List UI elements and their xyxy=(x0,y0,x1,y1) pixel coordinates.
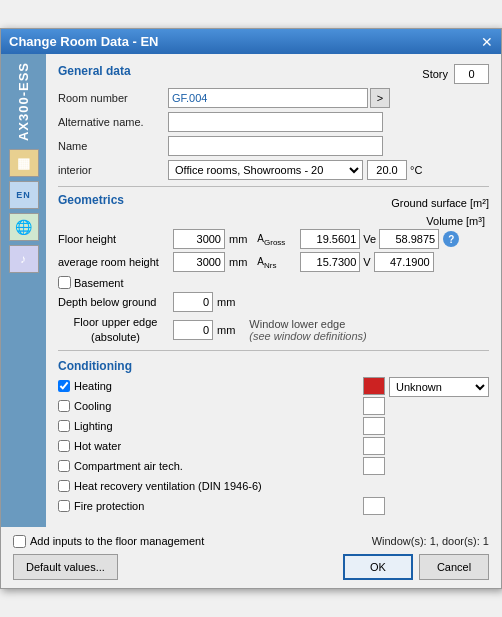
hot-water-checkbox[interactable] xyxy=(58,440,70,452)
icon-globe: 🌐 xyxy=(15,219,33,235)
heating-color-box[interactable] xyxy=(363,377,385,395)
interior-select[interactable]: Office rooms, Showrooms - 20 xyxy=(168,160,363,180)
alt-name-label: Alternative name. xyxy=(58,116,168,128)
cooling-color-box[interactable] xyxy=(363,397,385,415)
title-bar: Change Room Data - EN ✕ xyxy=(1,29,501,54)
a-nrs-value: 15.7300 xyxy=(300,252,360,272)
alt-name-input[interactable] xyxy=(168,112,383,132)
dialog-title: Change Room Data - EN xyxy=(9,34,159,49)
icon-music: ♪ xyxy=(20,252,27,266)
sidebar-icons: ▦ EN 🌐 ♪ xyxy=(9,149,39,273)
geometrics-section: Geometrics Ground surface [m²] Volume [m… xyxy=(58,193,489,344)
sidebar: AX300-ESS ▦ EN 🌐 ♪ xyxy=(1,54,46,527)
close-button[interactable]: ✕ xyxy=(481,35,493,49)
story-input[interactable] xyxy=(454,64,489,84)
temp-unit: °C xyxy=(410,164,422,176)
heating-label: Heating xyxy=(74,380,112,392)
window-lower-sub: (see window definitions) xyxy=(249,330,366,342)
depth-unit: mm xyxy=(217,296,235,308)
help-button[interactable]: ? xyxy=(443,231,459,247)
basement-row: Basement xyxy=(58,276,489,289)
interior-label: interior xyxy=(58,164,168,176)
default-values-button[interactable]: Default values... xyxy=(13,554,118,580)
name-input[interactable] xyxy=(168,136,383,156)
v-value: 47.1900 xyxy=(374,252,434,272)
icon-grid: ▦ xyxy=(17,155,31,171)
conditioning-grid: Heating Cooling Lighting xyxy=(58,377,489,517)
heat-recovery-checkbox[interactable] xyxy=(58,480,70,492)
floor-upper-unit: mm xyxy=(217,324,235,336)
heat-recovery-row: Heat recovery ventilation (DIN 1946-6) xyxy=(58,477,355,495)
floor-height-unit: mm xyxy=(229,233,247,245)
sidebar-text: AX300-ESS xyxy=(16,62,31,141)
ok-cancel-group: OK Cancel xyxy=(343,554,489,580)
room-number-input[interactable] xyxy=(168,88,368,108)
general-data-section: General data Story Room number > Alterna… xyxy=(58,64,489,180)
sidebar-icon-4[interactable]: ♪ xyxy=(9,245,39,273)
lighting-color-box[interactable] xyxy=(363,417,385,435)
heating-checkbox[interactable] xyxy=(58,380,70,392)
button-row: Default values... OK Cancel xyxy=(13,554,489,580)
add-inputs-checkbox[interactable] xyxy=(13,535,26,548)
footer-row: Add inputs to the floor management Windo… xyxy=(13,535,489,548)
floor-upper-row: Floor upper edge (absolute) mm Window lo… xyxy=(58,315,489,344)
compartment-row: Compartment air tech. xyxy=(58,457,355,475)
a-gross-label: AGross xyxy=(257,232,297,247)
lighting-label: Lighting xyxy=(74,420,113,432)
cancel-button[interactable]: Cancel xyxy=(419,554,489,580)
geometrics-section-title: Geometrics xyxy=(58,193,124,207)
compartment-color-box[interactable] xyxy=(363,457,385,475)
unknown-select[interactable]: Unknown xyxy=(389,377,489,397)
window-lower-label: Window lower edge xyxy=(249,318,366,330)
fire-checkbox[interactable] xyxy=(58,500,70,512)
volume-label: Volume [m³] xyxy=(426,215,485,227)
floor-height-input[interactable] xyxy=(173,229,225,249)
avg-room-label: average room height xyxy=(58,256,173,268)
heat-recovery-label: Heat recovery ventilation (DIN 1946-6) xyxy=(74,480,262,492)
a-nrs-label: ANrs xyxy=(257,255,297,270)
lighting-checkbox[interactable] xyxy=(58,420,70,432)
hot-water-row: Hot water xyxy=(58,437,355,455)
depth-input[interactable] xyxy=(173,292,213,312)
room-number-arrow-button[interactable]: > xyxy=(370,88,390,108)
alt-name-row: Alternative name. xyxy=(58,112,489,132)
ground-surface-label: Ground surface [m²] xyxy=(391,197,489,209)
depth-row: Depth below ground mm xyxy=(58,292,489,312)
compartment-checkbox[interactable] xyxy=(58,460,70,472)
basement-checkbox[interactable] xyxy=(58,276,71,289)
conditioning-section: Conditioning Heating Cooling xyxy=(58,359,489,517)
conditioning-section-title: Conditioning xyxy=(58,359,132,373)
ok-button[interactable]: OK xyxy=(343,554,413,580)
fire-label: Fire protection xyxy=(74,500,144,512)
name-label: Name xyxy=(58,140,168,152)
avg-room-unit: mm xyxy=(229,256,247,268)
avg-room-input[interactable] xyxy=(173,252,225,272)
room-number-label: Room number xyxy=(58,92,168,104)
sidebar-icon-2[interactable]: EN xyxy=(9,181,39,209)
compartment-label: Compartment air tech. xyxy=(74,460,183,472)
window-lower-info: Window lower edge (see window definition… xyxy=(249,318,366,342)
floor-upper-label: Floor upper edge (absolute) xyxy=(58,315,173,344)
cooling-checkbox[interactable] xyxy=(58,400,70,412)
avg-room-row: average room height mm ANrs 15.7300 V 47… xyxy=(58,252,489,272)
icon-en: EN xyxy=(16,190,31,200)
heating-row: Heating xyxy=(58,377,355,395)
sidebar-icon-3[interactable]: 🌐 xyxy=(9,213,39,241)
temp-input[interactable] xyxy=(367,160,407,180)
ve-value: 58.9875 xyxy=(379,229,439,249)
sidebar-icon-1[interactable]: ▦ xyxy=(9,149,39,177)
hot-water-color-box[interactable] xyxy=(363,437,385,455)
window-info: Window(s): 1, door(s): 1 xyxy=(372,535,489,547)
hot-water-label: Hot water xyxy=(74,440,121,452)
floor-height-row: Floor height mm AGross 19.5601 Ve 58.987… xyxy=(58,229,489,249)
interior-row: interior Office rooms, Showrooms - 20 °C xyxy=(58,160,489,180)
main-content: General data Story Room number > Alterna… xyxy=(46,54,501,527)
fire-row: Fire protection xyxy=(58,497,355,515)
floor-height-label: Floor height xyxy=(58,233,173,245)
general-section-title: General data xyxy=(58,64,131,78)
room-number-row: Room number > xyxy=(58,88,489,108)
floor-upper-input[interactable] xyxy=(173,320,213,340)
fire-color-box[interactable] xyxy=(363,497,385,515)
story-label: Story xyxy=(422,68,448,80)
cooling-row: Cooling xyxy=(58,397,355,415)
